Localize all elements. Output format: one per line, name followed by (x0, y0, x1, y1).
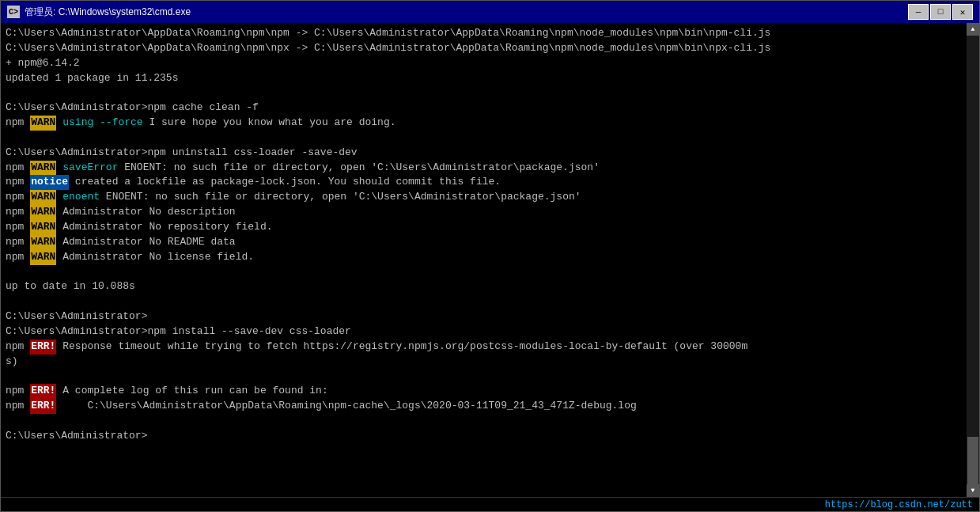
cmd-window: C> 管理员: C:\Windows\system32\cmd.exe — □ … (0, 0, 980, 512)
terminal-line: npm WARN Administrator No repository fie… (6, 220, 974, 235)
err-badge: ERR! (30, 384, 56, 399)
terminal-line: npm WARN Administrator No README data (6, 235, 974, 250)
terminal-line: C:\Users\Administrator\AppData\Roaming\n… (6, 41, 974, 56)
err-badge: ERR! (30, 399, 56, 414)
notice-badge: notice (30, 175, 69, 190)
warn-badge: WARN (30, 205, 56, 220)
terminal-line: C:\Users\Administrator>npm install --sav… (6, 324, 974, 339)
terminal-line: npm ERR! Response timeout while trying t… (6, 339, 974, 355)
scroll-down-button[interactable]: ▼ (967, 484, 979, 497)
status-bar: https://blog.csdn.net/zutt (1, 497, 979, 511)
terminal-line: s) (6, 355, 974, 370)
maximize-button[interactable]: □ (930, 4, 951, 20)
warn-badge: WARN (30, 235, 56, 250)
terminal-body[interactable]: C:\Users\Administrator\AppData\Roaming\n… (1, 23, 979, 497)
terminal-line: C:\Users\Administrator> (6, 429, 974, 444)
minimize-button[interactable]: — (908, 4, 929, 20)
terminal-line: npm WARN using --force I sure hope you k… (6, 116, 974, 131)
cmd-icon: C> (7, 6, 20, 18)
warn-badge: WARN (30, 220, 56, 235)
scroll-up-button[interactable]: ▲ (967, 23, 979, 36)
warn-badge: WARN (30, 190, 56, 205)
terminal-line: C:\Users\Administrator> (6, 309, 974, 324)
warn-badge: WARN (30, 161, 56, 176)
terminal-line (6, 265, 974, 280)
err-badge: ERR! (30, 339, 56, 355)
terminal-line: C:\Users\Administrator>npm uninstall css… (6, 146, 974, 161)
terminal-line: up to date in 10.088s (6, 279, 974, 294)
close-button[interactable]: ✕ (952, 4, 973, 20)
terminal-line (6, 369, 974, 384)
terminal-line: npm WARN Administrator No description (6, 205, 974, 220)
terminal-line: C:\Users\Administrator\AppData\Roaming\n… (6, 26, 974, 41)
terminal-line: npm notice created a lockfile as package… (6, 175, 974, 190)
terminal-line (6, 294, 974, 309)
scrollbar-track (967, 36, 978, 484)
terminal-line: updated 1 package in 11.235s (6, 71, 974, 86)
terminal-line: npm WARN enoent ENOENT: no such file or … (6, 190, 974, 205)
terminal-line: npm WARN saveError ENOENT: no such file … (6, 161, 974, 176)
title-bar-left: C> 管理员: C:\Windows\system32\cmd.exe (7, 6, 191, 19)
terminal-line: npm ERR! A complete log of this run can … (6, 384, 974, 399)
terminal-line: npm ERR! C:\Users\Administrator\AppData\… (6, 399, 974, 414)
terminal-line (6, 85, 974, 101)
scrollbar-thumb[interactable] (967, 437, 978, 484)
terminal-line (6, 414, 974, 429)
window-controls[interactable]: — □ ✕ (908, 4, 973, 20)
status-url: https://blog.csdn.net/zutt (825, 499, 973, 510)
terminal-line: C:\Users\Administrator>npm cache clean -… (6, 101, 974, 116)
terminal-line (6, 131, 974, 146)
terminal-line: npm WARN Administrator No license field. (6, 250, 974, 265)
title-bar: C> 管理员: C:\Windows\system32\cmd.exe — □ … (1, 1, 979, 23)
window-title: 管理员: C:\Windows\system32\cmd.exe (25, 6, 191, 19)
warn-badge: WARN (30, 250, 56, 265)
warn-badge: WARN (30, 116, 56, 131)
terminal-line: + npm@6.14.2 (6, 56, 974, 71)
scrollbar[interactable]: ▲ ▼ (967, 23, 979, 497)
